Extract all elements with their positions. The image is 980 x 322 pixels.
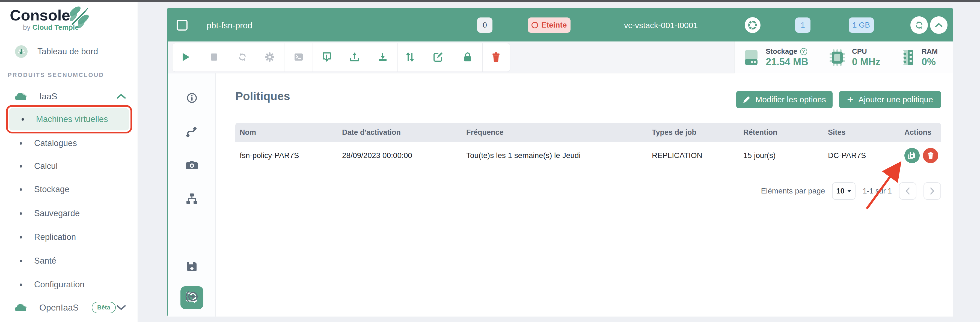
policies-section: Politiques Modifier les options + Ajoute…: [216, 73, 953, 317]
previous-page-button[interactable]: [899, 182, 916, 200]
divider: [0, 32, 138, 32]
cell-nom: fsn-policy-PAR7S: [235, 151, 338, 160]
vm-action-toolbar: [172, 43, 510, 71]
vm-host: vc-vstack-001-t0001: [624, 21, 698, 30]
chevron-left-icon: [905, 187, 910, 195]
sidebar-item-calcul[interactable]: Calcul: [20, 161, 57, 171]
sidebar-item-machines-virtuelles[interactable]: Machines virtuelles: [9, 108, 129, 130]
chevron-up-icon[interactable]: [116, 93, 126, 99]
button-label: Modifier les options: [755, 95, 826, 104]
edit-options-button[interactable]: Modifier les options: [736, 91, 833, 108]
add-policy-button[interactable]: + Ajouter une politique: [839, 91, 941, 108]
refresh-button[interactable]: [910, 16, 928, 34]
cloud-icon: [14, 90, 30, 102]
delete-button[interactable]: [492, 52, 500, 63]
metric-ram: RAM 0%: [892, 41, 953, 73]
power-off-icon: [531, 22, 538, 29]
cell-frequence: Tou(te)s les 1 semaine(s) le Jeudi: [462, 151, 648, 160]
metric-label: RAM: [921, 47, 938, 56]
red-annotation-box: Machines virtuelles: [6, 105, 132, 133]
tab-info[interactable]: [186, 92, 197, 105]
metric-value: 0 MHz: [852, 56, 880, 68]
download-button[interactable]: [378, 52, 387, 63]
tab-save-restore[interactable]: [186, 261, 197, 272]
restart-button[interactable]: [238, 52, 247, 63]
table-row: fsn-policy-PAR7S 28/09/2023 00:00:00 Tou…: [235, 142, 941, 169]
sidebar-item-catalogues[interactable]: Catalogues: [20, 138, 77, 149]
vm-cpu-badge: 1: [795, 17, 810, 33]
vm-header-bar: pbt-fsn-prod 0 Eteinte vc-vstack-001-t00…: [168, 9, 952, 41]
sidebar-item-dashboard[interactable]: Tableau de bord: [15, 43, 98, 60]
cell-retention: 15 jour(s): [739, 151, 824, 160]
edit-button[interactable]: [433, 52, 443, 63]
sidebar-item-label: Sauvegarde: [34, 208, 80, 218]
lock-button[interactable]: [463, 52, 472, 63]
sidebar-item-label: Santé: [34, 256, 56, 266]
items-per-page-label: Eléments par page: [761, 187, 825, 195]
bullet-dot: [20, 284, 22, 286]
ram-stick-icon: [901, 49, 915, 66]
sidebar-item-label: Replication: [34, 232, 76, 242]
tab-network[interactable]: [186, 193, 198, 205]
sidebar-item-sauvegarde[interactable]: Sauvegarde: [20, 208, 80, 219]
sidebar-item-sante[interactable]: Santé: [20, 255, 56, 266]
bullet-dot: [20, 260, 22, 262]
ubuntu-os-icon: [745, 17, 760, 33]
dashboard-gauge-icon: [15, 45, 27, 58]
save-copy-policy-button[interactable]: [904, 148, 920, 163]
metric-cpu: CPU 0 MHz: [820, 41, 892, 73]
console-terminal-button[interactable]: [294, 53, 303, 62]
bullet-dot: [20, 236, 22, 238]
page-size-select[interactable]: 10: [832, 182, 856, 200]
dragonfly-icon: [67, 5, 91, 30]
export-button[interactable]: [350, 52, 359, 63]
chevron-right-icon: [930, 187, 935, 195]
stop-button[interactable]: [210, 53, 218, 62]
collapse-button[interactable]: [930, 16, 948, 34]
pencil-icon: [743, 96, 751, 103]
help-icon[interactable]: ?: [800, 48, 807, 55]
browser-chrome-strip: [0, 0, 980, 2]
install-tools-button[interactable]: [322, 52, 331, 63]
caret-down-icon: [847, 190, 851, 192]
bullet-dot: [20, 212, 22, 215]
sidebar-section-label: PRODUITS SECNUMCLOUD: [8, 71, 104, 79]
chevron-down-icon[interactable]: [116, 305, 126, 311]
metric-label: CPU: [852, 47, 867, 56]
vm-detail-panel: pbt-fsn-prod 0 Eteinte vc-vstack-001-t00…: [167, 8, 953, 316]
tab-usb-devices[interactable]: [186, 127, 198, 139]
sidebar-item-configuration[interactable]: Configuration: [20, 279, 84, 290]
camera-icon: [186, 160, 198, 170]
sidebar-item-label: Machines virtuelles: [36, 114, 108, 124]
delete-policy-button[interactable]: [923, 148, 938, 163]
sidebar-item-iaas[interactable]: IaaS: [14, 89, 126, 104]
col-header-retention: Rétention: [739, 128, 824, 137]
sidebar-item-replication[interactable]: Replication: [20, 232, 76, 243]
settings-gear-button[interactable]: [265, 52, 275, 63]
sidebar-item-openiaas[interactable]: OpenIaaS Bêta: [14, 299, 126, 316]
col-header-frequence: Fréquence: [462, 128, 648, 137]
beta-badge: Bêta: [92, 302, 116, 313]
play-button[interactable]: [182, 52, 190, 63]
resize-swap-button[interactable]: [405, 52, 415, 63]
tab-snapshots[interactable]: [186, 160, 198, 171]
tab-attach-circle-plus[interactable]: [185, 291, 199, 303]
sidebar-item-label: Tableau de bord: [37, 47, 98, 57]
sidebar-item-label: Calcul: [34, 161, 57, 171]
cpu-chip-icon: [830, 49, 845, 66]
col-header-types-de-job: Types de job: [648, 128, 739, 137]
sidebar-item-stockage[interactable]: Stockage: [20, 184, 69, 195]
vm-checkbox[interactable]: [177, 20, 188, 30]
metric-value: 0%: [921, 56, 938, 68]
bullet-dot: [22, 118, 24, 121]
next-page-button[interactable]: [923, 182, 941, 200]
vm-ram-badge: 1 GB: [849, 17, 874, 33]
usb-cable-icon: [186, 127, 198, 138]
metric-storage: Stockage ? 21.54 MB: [735, 41, 820, 73]
page-size-value: 10: [836, 187, 844, 195]
metric-value: 21.54 MB: [766, 56, 808, 68]
vm-metrics: Stockage ? 21.54 MB: [734, 41, 953, 73]
sidebar-item-label: IaaS: [39, 91, 57, 102]
bullet-dot: [20, 165, 22, 168]
info-icon: [186, 92, 197, 103]
